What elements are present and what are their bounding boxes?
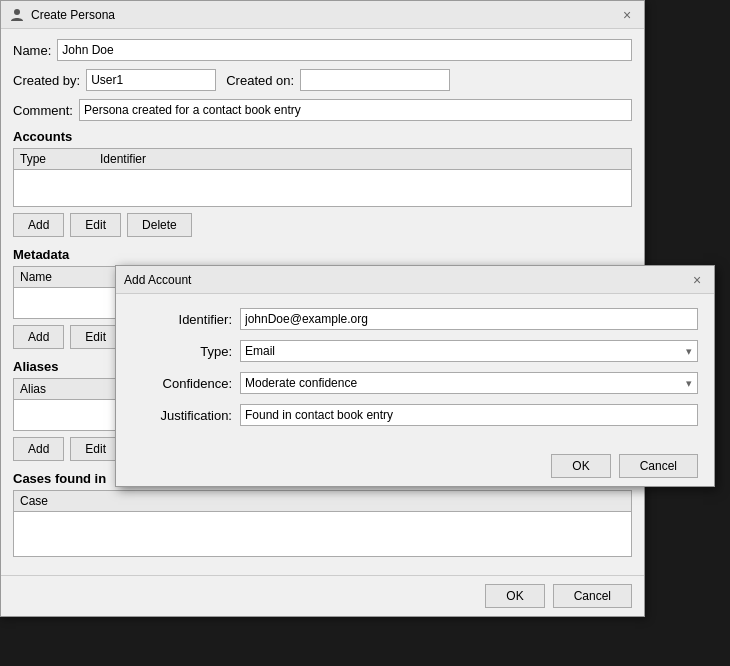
sub-dialog-titlebar: Add Account × <box>116 266 714 294</box>
confidence-label: Confidence: <box>132 376 232 391</box>
main-ok-button[interactable]: OK <box>485 584 544 608</box>
identifier-row: Identifier: <box>132 308 698 330</box>
comment-row: Comment: <box>13 99 632 121</box>
main-dialog-title: Create Persona <box>31 8 115 22</box>
created-row: Created by: Created on: <box>13 69 632 91</box>
sub-dialog-close-button[interactable]: × <box>688 271 706 289</box>
cases-table-body <box>14 512 631 556</box>
type-row: Type: Email Username Phone Other <box>132 340 698 362</box>
identifier-input[interactable] <box>240 308 698 330</box>
aliases-add-button[interactable]: Add <box>13 437 64 461</box>
accounts-col-type: Type <box>20 152 100 166</box>
accounts-delete-button[interactable]: Delete <box>127 213 192 237</box>
main-dialog-footer: OK Cancel <box>1 575 644 616</box>
aliases-edit-button[interactable]: Edit <box>70 437 121 461</box>
confidence-select[interactable]: High confidence Moderate confidence Low … <box>240 372 698 394</box>
sub-dialog: Add Account × Identifier: Type: Email Us… <box>115 265 715 487</box>
main-dialog-close-button[interactable]: × <box>618 6 636 24</box>
cases-table-header: Case <box>14 491 631 512</box>
created-on-input[interactable] <box>300 69 450 91</box>
svg-point-0 <box>14 9 20 15</box>
accounts-col-identifier: Identifier <box>100 152 625 166</box>
main-cancel-button[interactable]: Cancel <box>553 584 632 608</box>
created-by-label: Created by: <box>13 73 80 88</box>
sub-dialog-title: Add Account <box>124 273 191 287</box>
accounts-table-body <box>14 170 631 206</box>
sub-dialog-content: Identifier: Type: Email Username Phone O… <box>116 294 714 446</box>
accounts-table-header: Type Identifier <box>14 149 631 170</box>
created-on-label: Created on: <box>226 73 294 88</box>
type-select[interactable]: Email Username Phone Other <box>240 340 698 362</box>
cases-table: Case <box>13 490 632 557</box>
comment-label: Comment: <box>13 103 73 118</box>
name-input[interactable] <box>57 39 632 61</box>
justification-input[interactable] <box>240 404 698 426</box>
accounts-edit-button[interactable]: Edit <box>70 213 121 237</box>
accounts-add-button[interactable]: Add <box>13 213 64 237</box>
type-label: Type: <box>132 344 232 359</box>
comment-input[interactable] <box>79 99 632 121</box>
metadata-section-label: Metadata <box>13 247 632 262</box>
sub-dialog-footer: OK Cancel <box>116 446 714 486</box>
cases-col-case: Case <box>20 494 48 508</box>
accounts-action-buttons: Add Edit Delete <box>13 213 632 237</box>
metadata-col-name: Name <box>20 270 52 284</box>
aliases-col-alias: Alias <box>20 382 46 396</box>
metadata-add-button[interactable]: Add <box>13 325 64 349</box>
sub-cancel-button[interactable]: Cancel <box>619 454 698 478</box>
created-by-input[interactable] <box>86 69 216 91</box>
justification-row: Justification: <box>132 404 698 426</box>
identifier-label: Identifier: <box>132 312 232 327</box>
type-select-wrapper: Email Username Phone Other <box>240 340 698 362</box>
main-dialog-titlebar: Create Persona × <box>1 1 644 29</box>
confidence-row: Confidence: High confidence Moderate con… <box>132 372 698 394</box>
sub-ok-button[interactable]: OK <box>551 454 610 478</box>
persona-icon <box>9 7 25 23</box>
confidence-select-wrapper: High confidence Moderate confidence Low … <box>240 372 698 394</box>
justification-label: Justification: <box>132 408 232 423</box>
name-row: Name: <box>13 39 632 61</box>
name-label: Name: <box>13 43 51 58</box>
metadata-edit-button[interactable]: Edit <box>70 325 121 349</box>
accounts-section-label: Accounts <box>13 129 632 144</box>
accounts-table: Type Identifier <box>13 148 632 207</box>
